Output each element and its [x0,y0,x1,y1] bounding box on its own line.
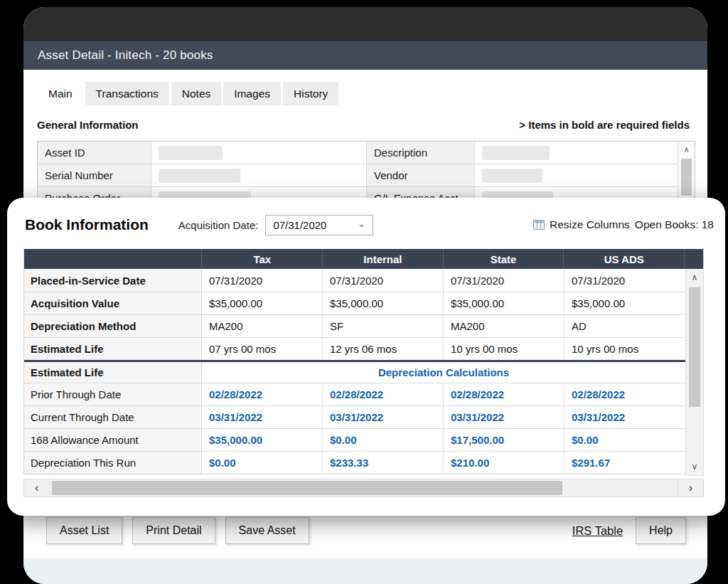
table-row: 168 Allowance Amount $35,000.00 $0.00 $1… [24,428,703,451]
table-row: Placed-in-Service Date 07/31/2020 07/31/… [24,269,703,292]
book-information-heading: Book Information [25,216,149,233]
page-title: Asset Detail - Initech - 20 books [38,48,213,63]
tab-notes[interactable]: Notes [171,82,222,105]
open-books-count: Open Books: 18 [635,218,714,231]
header-scrollbar-cell [684,249,703,269]
cell-value[interactable]: $233.33 [323,452,444,474]
cell-value[interactable]: 10 yrs 00 mos [564,338,685,360]
vertical-scroll-thumb[interactable] [689,287,700,407]
tab-history[interactable]: History [283,82,338,105]
cell-value[interactable]: $35,000.00 [202,429,323,451]
general-info-scroll-thumb[interactable] [681,159,692,196]
column-header-internal[interactable]: Internal [322,249,443,269]
cell-value[interactable]: $17,500.00 [444,429,564,451]
cell-value[interactable]: $210.00 [444,452,564,474]
cell-value[interactable]: $35,000.00 [444,292,564,314]
table-row: Current Through Date 03/31/2022 03/31/20… [24,405,703,428]
cell-value[interactable]: 03/31/2022 [444,406,564,428]
cell-value[interactable]: 03/31/2022 [564,406,685,428]
row-label: Prior Through Date [24,383,202,405]
column-header-tax[interactable]: Tax [201,249,322,269]
cell-value[interactable]: 02/28/2022 [323,383,444,405]
asset-list-button[interactable]: Asset List [46,517,122,544]
irs-table-link[interactable]: IRS Table [572,524,623,538]
scroll-down-icon[interactable]: ∨ [686,458,703,475]
cell-value[interactable]: 07/31/2020 [564,269,685,292]
row-label: Estimated Life [24,362,202,383]
table-row: Depreciation This Run $0.00 $233.33 $210… [24,451,703,474]
scroll-left-icon[interactable]: ‹ [24,479,50,497]
window-chrome-strip [23,7,707,41]
acquisition-date-group: Acquisition Date: 07/31/2020 ⌄ [178,215,374,235]
description-label: Description [367,142,475,164]
cell-value[interactable]: 02/28/2022 [564,383,685,405]
row-label: Acquisition Value [24,292,202,314]
cell-value[interactable]: 07 yrs 00 mos [202,338,323,360]
row-label: Depreciation This Run [24,452,202,474]
scroll-up-icon[interactable]: ∧ [678,142,695,157]
cell-value[interactable]: $35,000.00 [323,292,444,314]
tab-main[interactable]: Main [38,82,83,105]
cell-value[interactable]: 07/31/2020 [323,269,444,292]
serial-number-label: Serial Number [38,164,151,186]
resize-columns-label[interactable]: Resize Columns [550,218,630,231]
row-label: Placed-in-Service Date [24,269,202,292]
cell-value[interactable]: MA200 [202,315,323,337]
cell-value[interactable]: $35,000.00 [564,292,685,314]
acquisition-date-select[interactable]: 07/31/2020 ⌄ [265,215,373,235]
serial-number-field[interactable] [151,164,367,186]
cell-value[interactable]: 02/28/2022 [202,383,323,405]
cell-value[interactable]: 10 yrs 00 mos [444,338,564,360]
cell-value[interactable]: 07/31/2020 [202,269,323,292]
tab-transactions[interactable]: Transactions [85,82,169,105]
cell-value[interactable]: 02/28/2022 [444,383,564,405]
cell-value[interactable]: $291.67 [564,452,685,474]
general-info-row: Asset ID Description [38,142,695,164]
book-header-right-group: Resize Columns Open Books: 18 [533,218,714,231]
cell-value[interactable]: SF [323,315,444,337]
general-info-heading: General Information [37,119,139,131]
table-row: Depreciation Method MA200 SF MA200 AD [24,314,703,337]
acquisition-date-label: Acquisition Date: [178,219,259,231]
help-button[interactable]: Help [636,517,686,544]
general-info-row: Serial Number Vendor [38,164,695,187]
asset-id-field[interactable] [151,142,367,164]
book-information-header: Book Information Acquisition Date: 07/31… [25,212,714,238]
scroll-up-icon[interactable]: ∧ [686,269,703,286]
redacted-value [482,169,542,183]
asset-id-label: Asset ID [38,142,151,164]
save-asset-button[interactable]: Save Asset [225,517,309,544]
book-table: Tax Internal State US ADS Placed-in-Serv… [23,249,704,474]
cell-value[interactable]: MA200 [444,315,564,337]
redacted-value [159,169,240,183]
section-row: Estimated Life Depreciation Calculations [24,360,703,383]
column-header-us-ads[interactable]: US ADS [563,249,684,269]
cell-value[interactable]: AD [564,315,685,337]
book-information-panel: Book Information Acquisition Date: 07/31… [7,198,725,516]
description-field[interactable] [475,142,679,164]
vendor-field[interactable] [475,164,679,186]
tab-images[interactable]: Images [223,82,281,105]
depreciation-calculations-heading: Depreciation Calculations [202,362,685,383]
cell-value[interactable]: 03/31/2022 [323,406,444,428]
scroll-right-icon[interactable]: › [678,479,703,497]
table-row: Acquisition Value $35,000.00 $35,000.00 … [24,292,703,314]
print-detail-button[interactable]: Print Detail [132,517,215,544]
cell-value[interactable]: 03/31/2022 [202,406,323,428]
column-header-state[interactable]: State [443,249,564,269]
cell-value[interactable]: 12 yrs 06 mos [323,338,444,360]
cell-value[interactable]: $0.00 [564,429,685,451]
bottom-button-bar: Asset List Print Detail Save Asset IRS T… [46,517,686,544]
book-table-vertical-scrollbar[interactable]: ∧ ∨ [685,269,704,476]
row-label: 168 Allowance Amount [24,429,202,451]
cell-value[interactable]: $0.00 [202,452,323,474]
horizontal-scroll-thumb[interactable] [52,481,562,495]
book-table-horizontal-scrollbar[interactable]: ‹ › [23,479,704,497]
cell-value[interactable]: $0.00 [323,429,444,451]
table-row: Estimated Life 07 yrs 00 mos 12 yrs 06 m… [24,337,703,360]
cell-value[interactable]: $35,000.00 [202,292,323,314]
cell-value[interactable]: 07/31/2020 [444,269,564,292]
window-footer-strip [23,558,707,584]
redacted-value [482,146,550,160]
required-fields-note: > Items in bold are required fields [519,119,690,131]
